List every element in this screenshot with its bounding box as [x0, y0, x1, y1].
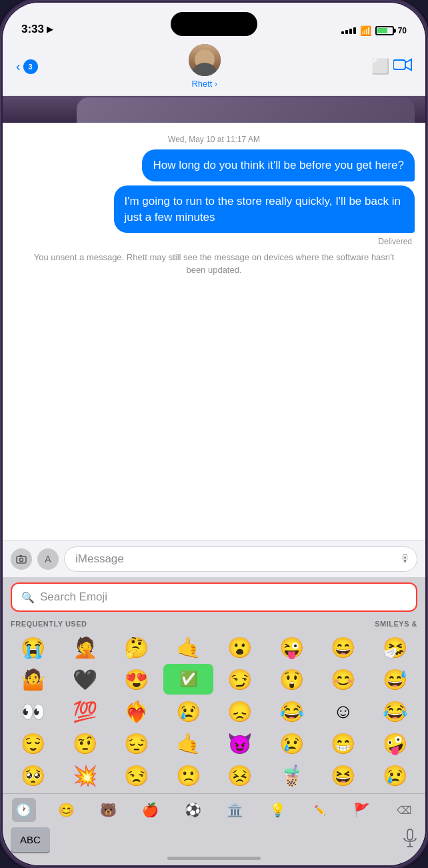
- emoji-cell[interactable]: 💯: [60, 696, 111, 727]
- battery-icon: [375, 26, 394, 35]
- emoji-nav-food[interactable]: 🍎: [139, 798, 163, 822]
- svg-text:A: A: [45, 554, 51, 564]
- apps-button[interactable]: A: [37, 548, 59, 570]
- home-indicator: [167, 857, 261, 860]
- search-emoji-icon: 🔍: [21, 591, 35, 604]
- svg-rect-2: [17, 556, 26, 563]
- message-input[interactable]: iMessage: [64, 546, 417, 572]
- partial-image: [3, 96, 425, 123]
- emoji-cell[interactable]: 🤨: [60, 728, 111, 759]
- emoji-cell[interactable]: 😊: [318, 664, 369, 695]
- emoji-cell[interactable]: 😞: [215, 696, 265, 727]
- emoji-cell[interactable]: 🤙: [163, 728, 214, 759]
- contact-name: Rhett ›: [191, 79, 217, 89]
- emoji-nav-smileys[interactable]: 😊: [54, 798, 78, 822]
- avatar-photo: [189, 44, 221, 76]
- emoji-cell[interactable]: 😅: [370, 664, 421, 695]
- emoji-search-bar[interactable]: 🔍 Search Emoji: [11, 582, 417, 612]
- emoji-keyboard-nav: 🕐 😊 🐻 🍎 ⚽ 🏛️ 💡 ✏️ 🚩 ⌫: [3, 793, 425, 825]
- emoji-cell[interactable]: 😂: [370, 696, 421, 727]
- emoji-nav-recent[interactable]: 🕐: [12, 798, 36, 822]
- signal-bar-1: [341, 31, 344, 34]
- emoji-cell[interactable]: 🥺: [8, 760, 59, 791]
- emoji-cell[interactable]: 😲: [267, 664, 317, 695]
- emoji-nav-animals[interactable]: 🐻: [96, 798, 120, 822]
- chat-scroll: Wed, May 10 at 11:17 AM How long do you …: [3, 96, 425, 540]
- emoji-nav-travel[interactable]: 🏛️: [223, 798, 247, 822]
- emoji-cell[interactable]: 😭: [8, 632, 59, 663]
- contact-avatar: [189, 44, 221, 76]
- svg-point-3: [20, 558, 23, 562]
- status-right: 📶 70: [341, 25, 407, 36]
- mic-icon[interactable]: 🎙: [400, 553, 411, 565]
- wifi-icon: 📶: [360, 25, 371, 36]
- emoji-cell[interactable]: 😢: [267, 728, 317, 759]
- input-area: A iMessage 🎙: [3, 540, 425, 577]
- keyboard-mic-icon: [403, 829, 417, 847]
- emoji-nav-objects[interactable]: 💡: [265, 798, 289, 822]
- abc-button[interactable]: ABC: [11, 827, 50, 852]
- emoji-cell[interactable]: 🤷: [8, 664, 59, 695]
- emoji-cell[interactable]: 😜: [267, 632, 317, 663]
- emoji-cell[interactable]: 😢: [163, 696, 214, 727]
- emoji-cell[interactable]: 😂: [267, 696, 317, 727]
- emoji-cell[interactable]: 👀: [8, 696, 59, 727]
- back-badge: 3: [23, 59, 38, 74]
- keyboard-mic-button[interactable]: [403, 829, 417, 851]
- frequently-used-label: FREQUENTLY USED: [11, 620, 87, 628]
- emoji-cell[interactable]: 🧋: [267, 760, 317, 791]
- emoji-cell[interactable]: ✅: [163, 664, 214, 695]
- emoji-cell[interactable]: 😣: [215, 760, 265, 791]
- signal-bar-4: [353, 27, 356, 34]
- emoji-cell[interactable]: 😆: [318, 760, 369, 791]
- emoji-cell[interactable]: 💥: [60, 760, 111, 791]
- emoji-cell[interactable]: 😈: [215, 728, 265, 759]
- emoji-cell[interactable]: 😁: [318, 728, 369, 759]
- message-timestamp: Wed, May 10 at 11:17 AM: [13, 135, 415, 144]
- emoji-cell[interactable]: 😔: [111, 728, 162, 759]
- emoji-cell[interactable]: 😢: [370, 760, 421, 791]
- battery-fill: [377, 28, 387, 33]
- camera-icon: [16, 554, 27, 564]
- phone-frame: 3:33 ▶ 📶 70: [0, 0, 428, 868]
- message-input-wrapper: iMessage 🎙: [64, 546, 417, 572]
- emoji-cell[interactable]: 🤦: [60, 632, 111, 663]
- emoji-nav-activities[interactable]: ⚽: [181, 798, 205, 822]
- emoji-cell[interactable]: 🤔: [111, 632, 162, 663]
- emoji-nav-symbols[interactable]: ✏️: [307, 798, 331, 822]
- unsent-message-notice: You unsent a message. Rhett may still se…: [27, 252, 401, 276]
- location-icon: ▶: [47, 25, 53, 34]
- emoji-cell[interactable]: ☺️: [318, 696, 369, 727]
- emoji-search-container: 🔍 Search Emoji: [3, 577, 425, 617]
- abc-label: ABC: [20, 834, 41, 845]
- avatar-body: [191, 63, 218, 76]
- contact-chevron: ›: [215, 79, 217, 89]
- time-display: 3:33: [21, 23, 44, 36]
- emoji-nav-flags[interactable]: 🚩: [350, 798, 374, 822]
- emoji-cell[interactable]: 😌: [8, 728, 59, 759]
- search-emoji-placeholder: Search Emoji: [40, 590, 107, 604]
- emoji-cell[interactable]: ❤️‍🔥: [111, 696, 162, 727]
- emoji-cell[interactable]: 😄: [318, 632, 369, 663]
- back-button[interactable]: ‹ 3: [16, 59, 38, 74]
- emoji-cell[interactable]: 😒: [111, 760, 162, 791]
- camera-button[interactable]: [11, 548, 32, 570]
- svg-rect-6: [407, 829, 413, 840]
- emoji-cell[interactable]: 🖤: [60, 664, 111, 695]
- delivered-label: Delivered: [16, 237, 412, 246]
- emoji-nav-delete[interactable]: ⌫: [392, 798, 416, 822]
- signal-bar-3: [349, 29, 352, 34]
- chat-area: Wed, May 10 at 11:17 AM How long do you …: [3, 123, 425, 288]
- emoji-cell[interactable]: 🤧: [370, 632, 421, 663]
- svg-rect-0: [393, 60, 405, 69]
- emoji-cell[interactable]: 😏: [215, 664, 265, 695]
- status-time: 3:33 ▶: [21, 23, 53, 36]
- emoji-cell[interactable]: 🙁: [163, 760, 214, 791]
- back-chevron-icon: ‹: [16, 59, 21, 74]
- emoji-cell[interactable]: 😮: [215, 632, 265, 663]
- nav-center[interactable]: Rhett ›: [189, 44, 221, 89]
- emoji-cell[interactable]: 😍: [111, 664, 162, 695]
- video-call-button[interactable]: ⬜: [371, 58, 412, 75]
- emoji-cell[interactable]: 🤙: [163, 632, 214, 663]
- emoji-cell[interactable]: 🤪: [370, 728, 421, 759]
